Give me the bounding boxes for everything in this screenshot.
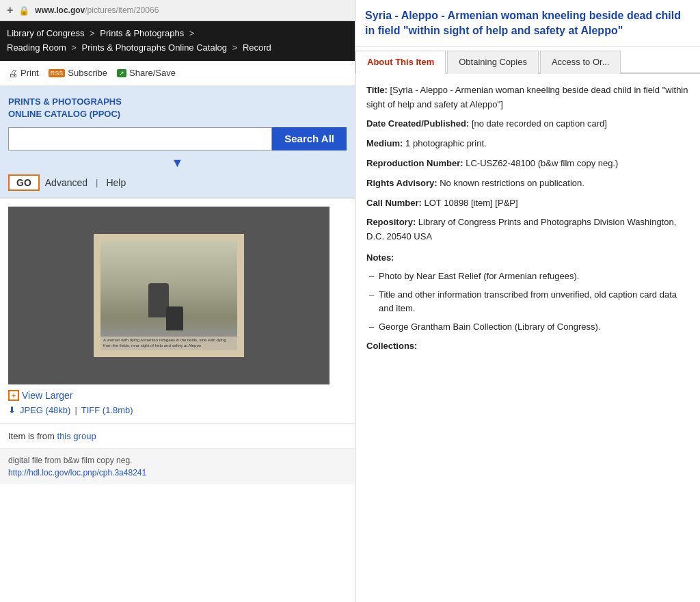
print-icon: 🖨 [8,68,18,79]
image-section: A woman with dying Armenian refugees in … [0,198,355,424]
tab-access[interactable]: Access to Or... [540,51,621,74]
subscribe-button[interactable]: RSS Subscribe [49,68,107,78]
share-button[interactable]: ↗ Share/Save [117,68,176,78]
meta-title-label: Title: [366,85,388,95]
tab-about-this-item[interactable]: About This Item [355,51,446,74]
url-display: www.loc.gov/pictures/item/20066 [35,5,159,15]
print-label: Print [21,68,39,78]
item-title: Syria - Aleppo - Armenian woman kneeling… [365,8,690,39]
note-item-0: Photo by Near East Relief (for Armenian … [366,270,689,283]
item-title-section: Syria - Aleppo - Armenian woman kneeling… [355,0,700,47]
download-row: ⬇ JPEG (48kb) | TIFF (1.8mb) [8,405,347,415]
group-row: Item is from this group [0,424,355,449]
meta-rights-label: Rights Advisory: [366,178,438,188]
breadcrumb-catalog[interactable]: Prints & Photographs Online Catalog [82,42,227,53]
meta-date-field: Date Created/Published: [no date recorde… [366,117,689,131]
caption-row: digital file from b&w film copy neg. htt… [0,449,355,484]
breadcrumb-loc[interactable]: Library of Congress [7,28,84,38]
print-button[interactable]: 🖨 Print [8,68,39,79]
subscribe-label: Subscribe [68,68,107,78]
share-label: Share/Save [129,68,176,78]
download-icon: ⬇ [8,405,16,415]
breadcrumb: Library of Congress > Prints & Photograp… [0,21,355,61]
notes-list: Photo by Near East Relief (for Armenian … [366,270,689,334]
new-tab-button[interactable]: + [7,4,13,16]
meta-title-value: [Syria - Aleppo - Armenian woman kneelin… [366,85,688,109]
meta-repo-field: Repository: Library of Congress Prints a… [366,215,689,244]
meta-date-label: Date Created/Published: [366,118,469,129]
meta-title-field: Title: [Syria - Aleppo - Armenian woman … [366,83,689,112]
breadcrumb-reading-room: Reading Room [7,42,66,53]
view-larger-label: View Larger [22,390,72,401]
go-advanced-row: GO Advanced | Help [8,174,347,191]
notes-label: Notes: [366,251,689,265]
tab-obtaining-copies[interactable]: Obtaining Copies [447,51,539,74]
left-panel: + 🔒 www.loc.gov/pictures/item/20066 Libr… [0,0,355,602]
meta-collections-field: Collections: [366,339,689,354]
photo-caption-text: A woman with dying Armenian refugees in … [100,337,237,350]
group-link[interactable]: this group [57,431,96,441]
search-all-button[interactable]: Search All [272,127,347,150]
meta-date-value: [no date recorded on caption card] [472,118,607,129]
notes-section: Notes: Photo by Near East Relief (for Ar… [366,251,689,334]
note-item-2: George Grantham Bain Collection (Library… [366,320,689,334]
collections-label: Collections: [366,341,417,351]
go-button[interactable]: GO [8,174,40,191]
search-row: Search All [8,127,347,150]
jpeg-download-link[interactable]: JPEG (48kb) [20,405,70,415]
right-panel: Syria - Aleppo - Armenian woman kneeling… [355,0,700,602]
meta-medium-label: Medium: [366,138,403,148]
caption-text: digital file from b&w film copy neg. [8,456,132,465]
search-dropdown-arrow[interactable]: ▼ [172,156,184,170]
meta-repro-field: Reproduction Number: LC-USZ62-48100 (b&w… [366,157,689,171]
meta-call-value: LOT 10898 [item] [P&P] [425,198,518,208]
breadcrumb-record[interactable]: Record [243,42,271,53]
note-item-1: Title and other information transcribed … [366,288,689,315]
meta-rights-value: No known restrictions on publication. [440,178,584,188]
meta-medium-field: Medium: 1 photographic print. [366,137,689,151]
help-link[interactable]: Help [106,177,126,188]
photo-placeholder: A woman with dying Armenian refugees in … [94,234,244,357]
tabs-row: About This Item Obtaining Copies Access … [355,47,700,74]
image-links: + View Larger [8,390,347,401]
group-text: Item is from [8,431,55,441]
subscribe-icon: RSS [49,69,66,77]
caption-url-link[interactable]: http://hdl.loc.gov/loc.pnp/cph.3a48241 [8,468,146,477]
meta-repro-label: Reproduction Number: [366,158,463,168]
meta-medium-value: 1 photographic print. [405,138,487,148]
advanced-link[interactable]: Advanced [45,177,88,188]
share-icon: ↗ [117,69,126,77]
meta-call-label: Call Number: [366,198,422,208]
view-larger-icon: + [8,390,19,401]
search-input[interactable] [8,127,272,150]
meta-repro-value: LC-USZ62-48100 (b&w film copy neg.) [466,158,618,168]
dropdown-row: ▼ [8,156,347,170]
catalog-section: PRINTS & PHOTOGRAPHS ONLINE CATALOG (PPO… [0,86,355,198]
lock-icon: 🔒 [18,5,29,16]
catalog-title: PRINTS & PHOTOGRAPHS ONLINE CATALOG (PPO… [8,96,347,120]
image-container: A woman with dying Armenian refugees in … [8,207,329,384]
browser-bar: + 🔒 www.loc.gov/pictures/item/20066 [0,0,355,21]
photo-scene [100,241,237,350]
breadcrumb-prints[interactable]: Prints & Photographs [100,28,184,38]
photo-inner: A woman with dying Armenian refugees in … [100,241,237,350]
photo-figure2 [166,306,183,330]
meta-repo-label: Repository: [366,217,416,227]
metadata-section: Title: [Syria - Aleppo - Armenian woman … [355,74,700,369]
view-larger-button[interactable]: + View Larger [8,390,72,401]
meta-rights-field: Rights Advisory: No known restrictions o… [366,176,689,191]
meta-call-field: Call Number: LOT 10898 [item] [P&P] [366,196,689,211]
toolbar: 🖨 Print RSS Subscribe ↗ Share/Save [0,61,355,86]
tiff-download-link[interactable]: TIFF (1.8mb) [81,405,133,415]
